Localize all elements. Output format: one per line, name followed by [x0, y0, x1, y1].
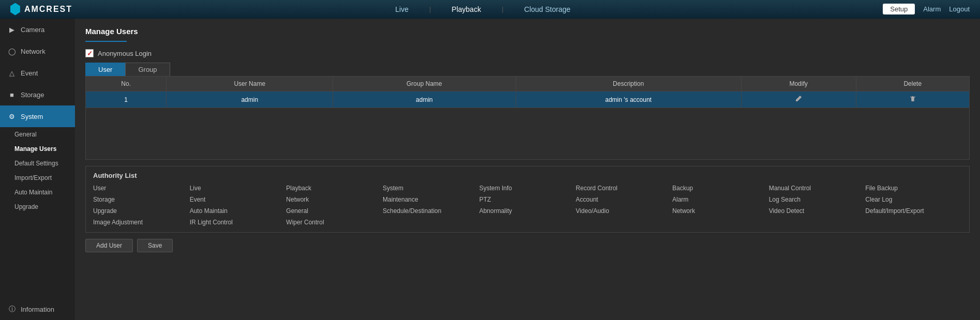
cell-groupname: admin	[333, 92, 516, 108]
cell-username: admin	[167, 92, 333, 108]
authority-item: Event	[190, 195, 287, 204]
col-no: No.	[86, 77, 167, 92]
authority-item: Log Search	[769, 195, 866, 204]
top-navigation: AMCREST Live | Playback | Cloud Storage …	[0, 0, 980, 19]
col-delete: Delete	[856, 77, 969, 92]
authority-item	[479, 218, 576, 227]
network-icon: ◯	[7, 47, 17, 56]
authority-item: Wiper Control	[286, 218, 383, 227]
sidebar-label-camera: Camera	[21, 26, 44, 34]
authority-item: Account	[576, 195, 672, 204]
authority-item: PTZ	[479, 195, 576, 204]
add-user-button[interactable]: Add User	[85, 239, 133, 252]
authority-item: Network	[286, 195, 383, 204]
authority-item: Backup	[672, 184, 769, 193]
sidebar-item-camera[interactable]: ▶ Camera	[0, 19, 75, 40]
anonymous-login-checkbox[interactable]	[85, 49, 94, 57]
logo: AMCREST	[0, 3, 83, 16]
sidebar-label-event: Event	[21, 69, 38, 77]
event-icon: △	[7, 68, 17, 78]
authority-item: Playback	[286, 184, 383, 193]
authority-item: Live	[190, 184, 287, 193]
edit-icon[interactable]	[795, 97, 802, 104]
sidebar-subitem-auto-maintain[interactable]: Auto Maintain	[0, 185, 75, 200]
sidebar-item-information[interactable]: ⓘ Information	[0, 298, 75, 320]
sidebar-subitem-manage-users[interactable]: Manage Users	[0, 142, 75, 156]
sidebar-label-network: Network	[21, 48, 46, 55]
sidebar-item-network[interactable]: ◯ Network	[0, 40, 75, 62]
table-row-empty	[86, 108, 970, 160]
sidebar-label-system: System	[21, 113, 43, 120]
authority-item: Auto Maintain	[190, 206, 287, 216]
sidebar-item-system[interactable]: ⚙ System	[0, 105, 75, 127]
camera-icon: ▶	[7, 25, 17, 34]
authority-item: Image Adjustment	[93, 218, 190, 227]
authority-list-section: Authority List UserLivePlaybackSystemSys…	[85, 166, 970, 233]
logo-icon	[10, 3, 20, 16]
main-layout: ▶ Camera ◯ Network △ Event ■ Storage ⚙ S…	[0, 19, 980, 320]
anonymous-login-label: Anonymous Login	[98, 50, 152, 57]
authority-item: System	[383, 184, 479, 193]
logo-text: AMCREST	[24, 5, 72, 14]
authority-grid: UserLivePlaybackSystemSystem InfoRecord …	[93, 184, 962, 227]
system-icon: ⚙	[7, 112, 17, 121]
sidebar-subitem-upgrade[interactable]: Upgrade	[0, 200, 75, 214]
sidebar-item-event[interactable]: △ Event	[0, 62, 75, 84]
sidebar-item-storage[interactable]: ■ Storage	[0, 84, 75, 105]
col-groupname: Group Name	[333, 77, 516, 92]
cell-description: admin 's account	[516, 92, 741, 108]
sidebar-label-storage: Storage	[21, 91, 44, 99]
authority-item: IR Light Control	[190, 218, 287, 227]
storage-icon: ■	[7, 90, 17, 99]
authority-item: Video/Audio	[576, 206, 672, 216]
authority-item: User	[93, 184, 190, 193]
sidebar: ▶ Camera ◯ Network △ Event ■ Storage ⚙ S…	[0, 19, 75, 320]
authority-item: Video Detect	[769, 206, 866, 216]
save-button[interactable]: Save	[137, 239, 173, 252]
authority-item: Manual Control	[769, 184, 866, 193]
main-content: Manage Users Anonymous Login User Group …	[75, 19, 980, 320]
authority-item: Alarm	[672, 195, 769, 204]
delete-icon[interactable]	[909, 97, 916, 104]
authority-item: Default/Import/Export	[865, 206, 962, 216]
user-group-tabs: User Group	[85, 63, 970, 76]
tab-user[interactable]: User	[85, 63, 125, 76]
nav-cloud-storage[interactable]: Cloud Storage	[524, 5, 571, 13]
nav-live[interactable]: Live	[395, 5, 409, 13]
cell-delete[interactable]	[856, 92, 969, 108]
authority-item: Maintenance	[383, 195, 479, 204]
authority-item: Clear Log	[865, 195, 962, 204]
sidebar-subitem-default-settings[interactable]: Default Settings	[0, 156, 75, 171]
top-nav-right: Setup Alarm Logout	[883, 4, 980, 14]
logout-link[interactable]: Logout	[949, 5, 970, 13]
authority-item: Abnormality	[479, 206, 576, 216]
authority-item: Schedule/Destination	[383, 206, 479, 216]
nav-links: Live | Playback | Cloud Storage	[83, 5, 883, 13]
authority-item: Record Control	[576, 184, 672, 193]
sidebar-label-information: Information	[21, 306, 54, 313]
sidebar-subitem-general[interactable]: General	[0, 127, 75, 142]
info-icon: ⓘ	[7, 304, 17, 314]
authority-item: File Backup	[865, 184, 962, 193]
authority-list-title: Authority List	[93, 172, 962, 179]
tab-group[interactable]: Group	[125, 63, 170, 76]
users-table: No. User Name Group Name Description Mod…	[85, 76, 970, 160]
authority-item: System Info	[479, 184, 576, 193]
col-username: User Name	[167, 77, 333, 92]
col-description: Description	[516, 77, 741, 92]
table-row[interactable]: 1 admin admin admin 's account	[86, 92, 970, 108]
authority-item: Storage	[93, 195, 190, 204]
authority-item: General	[286, 206, 383, 216]
authority-item: Upgrade	[93, 206, 190, 216]
page-title: Manage Users	[85, 27, 970, 36]
cell-no: 1	[86, 92, 167, 108]
anonymous-login-row: Anonymous Login	[85, 49, 970, 57]
sidebar-subitem-import-export[interactable]: Import/Export	[0, 171, 75, 185]
setup-button[interactable]: Setup	[883, 4, 915, 14]
action-buttons: Add User Save	[85, 239, 970, 252]
cell-modify[interactable]	[741, 92, 856, 108]
authority-item: Network	[672, 206, 769, 216]
alarm-link[interactable]: Alarm	[923, 5, 941, 13]
nav-playback[interactable]: Playback	[451, 5, 481, 13]
title-underline	[85, 41, 127, 42]
